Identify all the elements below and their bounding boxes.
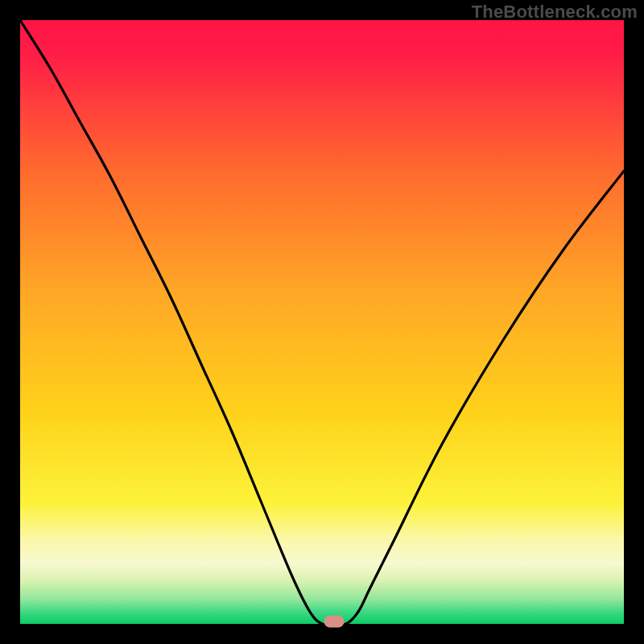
gradient-background	[20, 20, 624, 624]
optimum-marker	[324, 616, 345, 628]
plot-area	[20, 20, 624, 624]
chart-frame: TheBottleneck.com	[0, 0, 644, 644]
chart-svg	[20, 20, 624, 624]
watermark-text: TheBottleneck.com	[472, 2, 638, 23]
